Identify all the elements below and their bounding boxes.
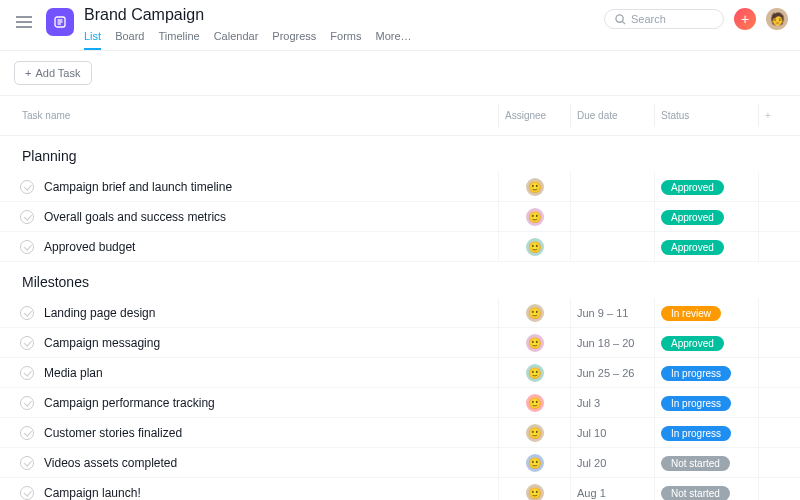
add-task-button[interactable]: + Add Task	[14, 61, 92, 85]
status-pill[interactable]: In review	[661, 306, 721, 321]
row-extra	[758, 418, 786, 448]
row-extra	[758, 388, 786, 418]
complete-checkbox[interactable]	[20, 396, 34, 410]
assignee-avatar[interactable]: 🙂	[526, 454, 544, 472]
task-name: Campaign performance tracking	[44, 396, 215, 410]
row-extra	[758, 328, 786, 358]
task-row[interactable]: Campaign brief and launch timeline🙂Appro…	[0, 172, 800, 202]
due-date[interactable]	[570, 232, 654, 262]
complete-checkbox[interactable]	[20, 456, 34, 470]
section-header[interactable]: Milestones	[0, 262, 800, 298]
task-row[interactable]: Videos assets completed🙂Jul 20Not starte…	[0, 448, 800, 478]
tab-board[interactable]: Board	[115, 30, 144, 50]
task-row[interactable]: Media plan🙂Jun 25 – 26In progress	[0, 358, 800, 388]
status-pill[interactable]: Approved	[661, 180, 724, 195]
complete-checkbox[interactable]	[20, 210, 34, 224]
assignee-avatar[interactable]: 🙂	[526, 364, 544, 382]
task-row[interactable]: Campaign launch!🙂Aug 1Not started	[0, 478, 800, 500]
row-extra	[758, 202, 786, 232]
complete-checkbox[interactable]	[20, 336, 34, 350]
project-icon	[46, 8, 74, 36]
status-pill[interactable]: In progress	[661, 396, 731, 411]
status-pill[interactable]: Not started	[661, 456, 730, 471]
project-title: Brand Campaign	[84, 6, 604, 24]
hamburger-icon	[16, 16, 32, 28]
complete-checkbox[interactable]	[20, 180, 34, 194]
status-pill[interactable]: Approved	[661, 210, 724, 225]
due-date[interactable]: Jul 10	[570, 418, 654, 448]
assignee-avatar[interactable]: 🙂	[526, 178, 544, 196]
tab-timeline[interactable]: Timeline	[158, 30, 199, 50]
tab-list[interactable]: List	[84, 30, 101, 50]
column-header-status: Status	[654, 104, 758, 127]
assignee-avatar[interactable]: 🙂	[526, 394, 544, 412]
due-date[interactable]: Jul 20	[570, 448, 654, 478]
assignee-avatar[interactable]: 🙂	[526, 304, 544, 322]
tab-forms[interactable]: Forms	[330, 30, 361, 50]
task-name: Customer stories finalized	[44, 426, 182, 440]
task-name: Campaign brief and launch timeline	[44, 180, 232, 194]
tab-progress[interactable]: Progress	[272, 30, 316, 50]
column-header-due-date: Due date	[570, 104, 654, 127]
due-date[interactable]: Jul 3	[570, 388, 654, 418]
task-name: Campaign launch!	[44, 486, 141, 500]
current-user-avatar[interactable]: 🧑	[766, 8, 788, 30]
menu-toggle[interactable]	[12, 10, 36, 34]
row-extra	[758, 478, 786, 500]
plus-icon: +	[25, 67, 31, 79]
assignee-avatar[interactable]: 🙂	[526, 208, 544, 226]
task-name: Media plan	[44, 366, 103, 380]
complete-checkbox[interactable]	[20, 366, 34, 380]
add-column-button[interactable]: +	[758, 104, 786, 127]
task-row[interactable]: Customer stories finalized🙂Jul 10In prog…	[0, 418, 800, 448]
complete-checkbox[interactable]	[20, 306, 34, 320]
tab-calendar[interactable]: Calendar	[214, 30, 259, 50]
complete-checkbox[interactable]	[20, 486, 34, 500]
row-extra	[758, 172, 786, 202]
task-name: Overall goals and success metrics	[44, 210, 226, 224]
task-name: Approved budget	[44, 240, 135, 254]
task-row[interactable]: Overall goals and success metrics🙂Approv…	[0, 202, 800, 232]
tab-more[interactable]: More…	[376, 30, 412, 50]
plus-icon: +	[741, 11, 749, 27]
column-header-assignee: Assignee	[498, 104, 570, 127]
complete-checkbox[interactable]	[20, 426, 34, 440]
due-date[interactable]: Jun 18 – 20	[570, 328, 654, 358]
svg-point-7	[616, 14, 623, 21]
status-pill[interactable]: Approved	[661, 240, 724, 255]
due-date[interactable]: Aug 1	[570, 478, 654, 500]
due-date[interactable]	[570, 172, 654, 202]
task-row[interactable]: Campaign messaging🙂Jun 18 – 20Approved	[0, 328, 800, 358]
row-extra	[758, 448, 786, 478]
task-name: Campaign messaging	[44, 336, 160, 350]
task-row[interactable]: Approved budget🙂Approved	[0, 232, 800, 262]
status-pill[interactable]: Approved	[661, 336, 724, 351]
search-placeholder: Search	[631, 13, 666, 25]
svg-line-8	[622, 21, 625, 24]
status-pill[interactable]: In progress	[661, 366, 731, 381]
due-date[interactable]: Jun 25 – 26	[570, 358, 654, 388]
status-pill[interactable]: In progress	[661, 426, 731, 441]
task-name: Landing page design	[44, 306, 155, 320]
row-extra	[758, 358, 786, 388]
assignee-avatar[interactable]: 🙂	[526, 334, 544, 352]
complete-checkbox[interactable]	[20, 240, 34, 254]
section-header[interactable]: Planning	[0, 136, 800, 172]
assignee-avatar[interactable]: 🙂	[526, 424, 544, 442]
due-date[interactable]: Jun 9 – 11	[570, 298, 654, 328]
due-date[interactable]	[570, 202, 654, 232]
task-name: Videos assets completed	[44, 456, 177, 470]
task-row[interactable]: Campaign performance tracking🙂Jul 3In pr…	[0, 388, 800, 418]
assignee-avatar[interactable]: 🙂	[526, 238, 544, 256]
row-extra	[758, 298, 786, 328]
search-input[interactable]: Search	[604, 9, 724, 29]
global-add-button[interactable]: +	[734, 8, 756, 30]
column-header-task-name: Task name	[14, 110, 498, 121]
add-task-label: Add Task	[35, 67, 80, 79]
assignee-avatar[interactable]: 🙂	[526, 484, 544, 500]
task-row[interactable]: Landing page design🙂Jun 9 – 11In review	[0, 298, 800, 328]
search-icon	[615, 14, 626, 25]
status-pill[interactable]: Not started	[661, 486, 730, 501]
row-extra	[758, 232, 786, 262]
